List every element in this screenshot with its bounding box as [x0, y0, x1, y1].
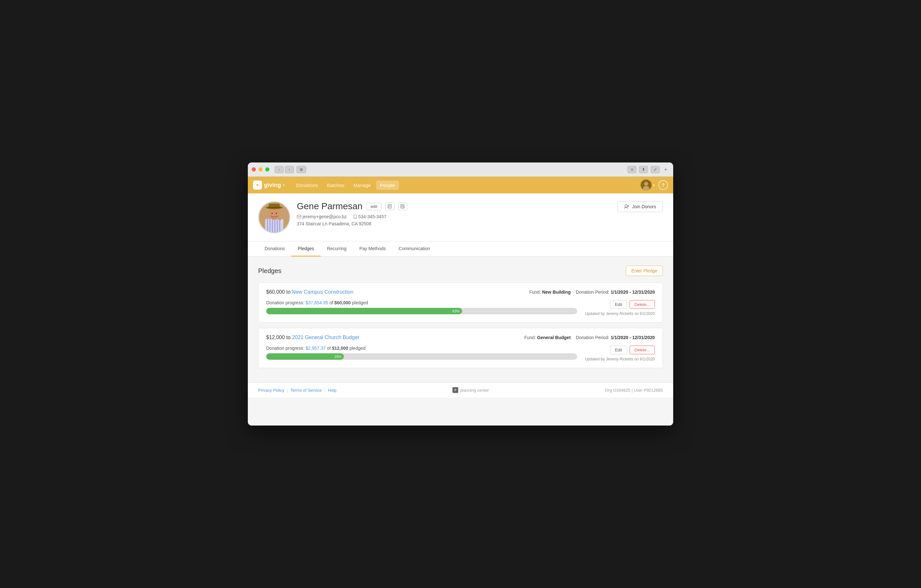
svg-point-16	[276, 213, 277, 214]
notes-icon-button[interactable]	[386, 202, 394, 210]
enter-pledge-button[interactable]: Enter Pledge	[626, 265, 663, 276]
brand-chevron-icon: ▾	[283, 183, 285, 187]
pledge-card-2-header: $12,000 to 2021 General Church Budget Fu…	[266, 335, 655, 340]
pledge-1-body: Donation progress: $37,654.95 of $60,000…	[266, 300, 655, 316]
pledge-1-progress-bar: 63%	[266, 308, 577, 314]
pledge-2-progress-bar: 25%	[266, 353, 577, 360]
org-info: Org O164825	[605, 388, 630, 393]
svg-rect-19	[279, 217, 282, 220]
pledge-1-donated-link[interactable]: $37,654.95	[306, 300, 328, 305]
close-button[interactable]	[252, 167, 256, 171]
pledge-1-actions: Edit Delete... Updated by Jeremy Rickett…	[585, 300, 655, 316]
pledge-2-donated-link[interactable]: $2,957.37	[306, 345, 325, 351]
minimize-button[interactable]	[259, 167, 263, 171]
svg-rect-14	[268, 207, 280, 208]
user-info: User P9212885	[634, 388, 663, 393]
title-bar: ‹ › ⊞ ≡ ⬆ ⤢ +	[248, 163, 673, 177]
svg-rect-28	[297, 215, 301, 218]
brand-icon: ♥	[253, 181, 262, 189]
nav-batches[interactable]: Batches	[323, 181, 348, 190]
pledge-2-edit-button[interactable]: Edit	[610, 345, 627, 354]
tab-recurring[interactable]: Recurring	[321, 241, 353, 257]
tab-pay-methods[interactable]: Pay Methods	[353, 241, 392, 257]
pledge-1-to-label: to	[286, 289, 292, 295]
pledge-2-body: Donation progress: $2,957.37 of $12,000 …	[266, 345, 655, 362]
pledge-2-to-label: to	[286, 335, 292, 340]
forward-button[interactable]: ›	[285, 166, 294, 173]
join-donors-icon	[624, 204, 629, 209]
pledge-2-period-value: 1/1/2020 - 12/31/2020	[611, 335, 655, 340]
phone-value: 534-345-3457	[358, 214, 386, 219]
app-window: ‹ › ⊞ ≡ ⬆ ⤢ + ♥ giving ▾ Donations Batch…	[248, 163, 673, 425]
footer-brand: P planning center	[337, 387, 605, 393]
footer-brand-name: planning center	[460, 388, 489, 393]
title-bar-right: ≡ ⬆ ⤢ +	[627, 166, 669, 173]
terms-of-service-link[interactable]: Terms of Service	[290, 388, 322, 393]
pledge-2-progress-area: Donation progress: $2,957.37 of $12,000 …	[266, 345, 577, 360]
tab-communication[interactable]: Communication	[392, 241, 436, 257]
pledge-2-meta: Fund: General Budget Donation Period: 1/…	[524, 335, 655, 340]
nav-buttons: ‹ ›	[275, 166, 294, 173]
profile-name-row: Gene Parmesan edit	[297, 201, 611, 212]
main-content: Gene Parmesan edit jeremy+gene@pco.bz	[248, 194, 673, 425]
maximize-button[interactable]	[265, 167, 269, 171]
pledge-2-amount-campaign: $12,000 to 2021 General Church Budget	[266, 335, 359, 340]
pledges-content: Pledges Enter Pledge $60,000 to New Camp…	[248, 257, 673, 382]
email-contact: jeremy+gene@pco.bz	[297, 214, 347, 219]
pledge-2-campaign-link[interactable]: 2021 General Church Budget	[292, 335, 359, 340]
edit-profile-button[interactable]: edit	[366, 203, 382, 210]
brand-logo[interactable]: ♥ giving ▾	[253, 181, 285, 189]
footer: Privacy Policy | Terms of Service | Help…	[248, 382, 673, 397]
pledge-1-progress-label: 63%	[452, 309, 459, 313]
profile-section: Gene Parmesan edit jeremy+gene@pco.bz	[248, 194, 673, 241]
pledge-1-amount-campaign: $60,000 to New Campus Construction	[266, 289, 353, 295]
help-link[interactable]: Help	[328, 388, 337, 393]
pledge-1-edit-button[interactable]: Edit	[610, 300, 627, 309]
phone-icon	[353, 214, 357, 219]
join-donors-label: Join Donors	[632, 204, 656, 209]
pledge-1-updated: Updated by Jeremy Ricketts on 6/1/2020	[585, 311, 655, 316]
nav-links: Donations Batches Manage People	[292, 181, 399, 190]
pledge-2-delete-button[interactable]: Delete...	[630, 345, 655, 354]
profile-address: 374 Staircar Ln Pasadena, CA 92508	[297, 221, 611, 226]
pledge-card-1-header: $60,000 to New Campus Construction Fund:…	[266, 289, 655, 295]
reader-icon[interactable]: ≡	[627, 166, 636, 173]
pledge-2-action-btns: Edit Delete...	[610, 345, 655, 354]
nav-manage[interactable]: Manage	[350, 181, 375, 190]
pledge-2-period: Donation Period: 1/1/2020 - 12/31/2020	[576, 335, 655, 340]
pledge-1-period-value: 1/1/2020 - 12/31/2020	[611, 290, 655, 295]
nav-right: ▾ ?	[641, 179, 668, 191]
svg-point-30	[355, 218, 355, 218]
help-button[interactable]: ?	[658, 180, 668, 190]
fullscreen-icon[interactable]: ⤢	[651, 166, 660, 173]
email-value: jeremy+gene@pco.bz	[303, 214, 347, 219]
export-icon-button[interactable]	[398, 202, 407, 210]
tabs-bar: Donations Pledges Recurring Pay Methods …	[248, 241, 673, 257]
profile-contact: jeremy+gene@pco.bz 534-345-3457	[297, 214, 611, 219]
pledge-card-1: $60,000 to New Campus Construction Fund:…	[258, 282, 663, 323]
profile-actions: Join Donors	[617, 201, 663, 212]
tab-pledges[interactable]: Pledges	[291, 241, 321, 257]
sidebar-toggle-button[interactable]: ⊞	[296, 166, 306, 173]
tab-donations[interactable]: Donations	[258, 241, 291, 257]
nav-people[interactable]: People	[376, 181, 399, 190]
svg-point-1	[644, 182, 648, 186]
share-icon[interactable]: ⬆	[639, 166, 648, 173]
nav-donations[interactable]: Donations	[292, 181, 322, 190]
pledge-2-updated: Updated by Jeremy Ricketts on 6/1/2020	[585, 357, 655, 362]
new-tab-button[interactable]: +	[662, 166, 669, 173]
pledge-1-campaign-link[interactable]: New Campus Construction	[292, 289, 353, 295]
back-button[interactable]: ‹	[275, 166, 283, 173]
pledge-1-progress-text: Donation progress: $37,654.95 of $60,000…	[266, 300, 577, 305]
join-donors-button[interactable]: Join Donors	[617, 201, 663, 212]
privacy-policy-link[interactable]: Privacy Policy	[258, 388, 284, 393]
pledge-1-period: Donation Period: 1/1/2020 - 12/31/2020	[576, 290, 655, 295]
brand-label: giving	[264, 182, 281, 189]
footer-links: Privacy Policy | Terms of Service | Help	[258, 388, 337, 393]
pledge-1-fund-name: New Building	[542, 290, 571, 295]
avatar-button[interactable]: ▾	[641, 179, 654, 191]
pledge-2-progress-label: 25%	[334, 355, 341, 358]
footer-right: Org O164825 | User P9212885	[605, 388, 663, 393]
pledge-2-progress-text: Donation progress: $2,957.37 of $12,000 …	[266, 345, 577, 351]
pledge-1-delete-button[interactable]: Delete...	[630, 300, 655, 309]
